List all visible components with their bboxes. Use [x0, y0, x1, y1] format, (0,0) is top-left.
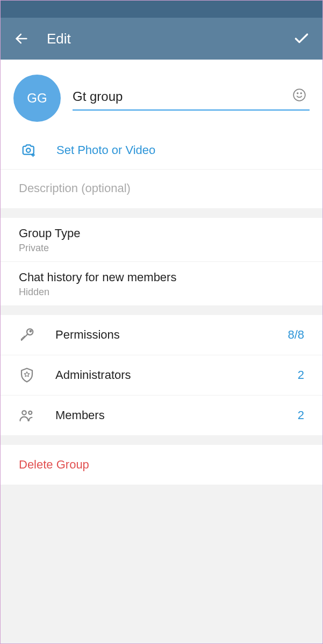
- name-input-wrap: [73, 86, 310, 111]
- svg-point-2: [297, 93, 298, 94]
- members-count: 2: [298, 408, 304, 422]
- arrow-left-icon: [14, 31, 29, 46]
- permissions-label: Permissions: [55, 328, 288, 342]
- administrators-label: Administrators: [55, 368, 298, 382]
- svg-point-3: [300, 93, 302, 94]
- group-avatar[interactable]: GG: [13, 75, 61, 122]
- delete-group-button[interactable]: Delete Group: [1, 445, 322, 485]
- shield-icon: [19, 367, 35, 383]
- section-gap: [1, 435, 322, 445]
- chat-history-title: Chat history for new members: [19, 270, 310, 284]
- footer-gap: [1, 485, 322, 643]
- svg-point-4: [26, 148, 31, 152]
- permissions-count: 8/8: [288, 328, 304, 342]
- permissions-row[interactable]: Permissions 8/8: [1, 315, 322, 355]
- name-section: GG: [1, 60, 322, 133]
- checkmark-icon: [293, 30, 310, 47]
- members-row[interactable]: Members 2: [1, 396, 322, 435]
- key-icon: [19, 327, 35, 343]
- chat-history-value: Hidden: [19, 287, 310, 298]
- svg-point-1: [293, 89, 305, 101]
- administrators-count: 2: [298, 368, 304, 382]
- members-label: Members: [55, 408, 298, 422]
- chat-history-row[interactable]: Chat history for new members Hidden: [1, 262, 322, 305]
- section-gap: [1, 305, 322, 315]
- svg-point-9: [22, 411, 26, 415]
- emoji-button[interactable]: [291, 87, 307, 103]
- section-gap: [1, 208, 322, 218]
- avatar-initials: GG: [27, 91, 47, 106]
- group-type-row[interactable]: Group Type Private: [1, 218, 322, 262]
- group-name-input[interactable]: [73, 86, 310, 111]
- administrators-row[interactable]: Administrators 2: [1, 355, 322, 396]
- emoji-icon: [292, 88, 306, 102]
- confirm-button[interactable]: [292, 30, 311, 48]
- back-button[interactable]: [12, 30, 31, 48]
- svg-point-10: [28, 411, 32, 414]
- description-input[interactable]: Description (optional): [1, 170, 322, 208]
- members-icon: [19, 407, 35, 423]
- settings-section: Group Type Private Chat history for new …: [1, 218, 322, 305]
- group-type-title: Group Type: [19, 226, 310, 240]
- set-photo-label: Set Photo or Video: [56, 143, 155, 157]
- header-title: Edit: [47, 31, 292, 47]
- management-section: Permissions 8/8 Administrators 2: [1, 315, 322, 435]
- svg-point-8: [30, 331, 32, 332]
- camera-icon: [21, 142, 37, 158]
- group-type-value: Private: [19, 243, 310, 254]
- status-bar: [1, 1, 322, 18]
- header: Edit: [1, 18, 322, 60]
- set-photo-row[interactable]: Set Photo or Video: [1, 133, 322, 170]
